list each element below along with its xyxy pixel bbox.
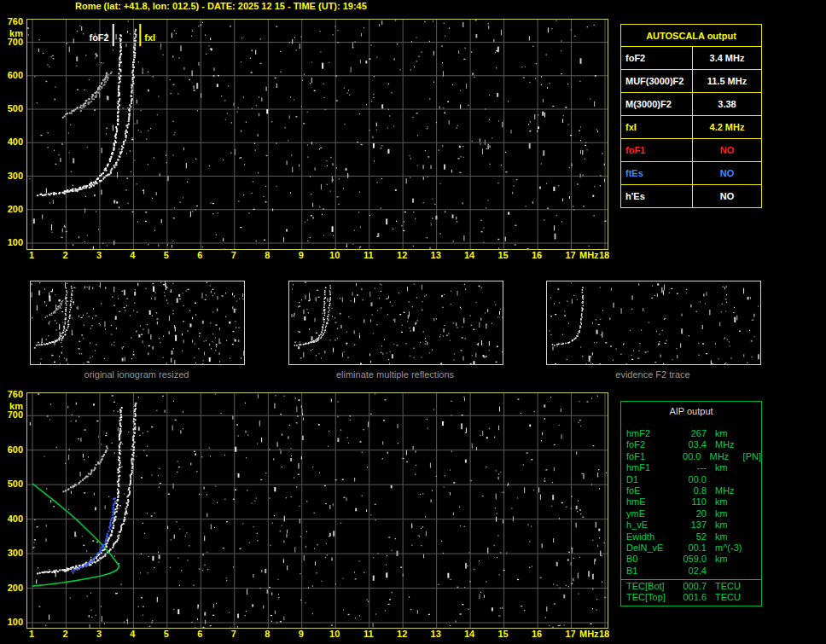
- x-axis-tick-label: 12: [394, 250, 410, 260]
- trace-second-hop-o: [62, 445, 108, 492]
- x-axis-tick-label: 6: [192, 629, 207, 639]
- aip-cell: [PN]: [743, 451, 761, 462]
- noise-echoes: [291, 282, 503, 364]
- aip-row-hme: hmE110km: [621, 496, 761, 508]
- aip-cell: [751, 542, 761, 554]
- aip-cell: h_vE: [621, 519, 676, 531]
- noise-echoes: [27, 20, 606, 249]
- x-axis-tick-label: 16: [529, 629, 544, 639]
- aip-cell: 059.0: [676, 554, 707, 565]
- aip-cell: [751, 485, 761, 496]
- trace-second-hop-o: [45, 301, 63, 318]
- x-axis-unit-label: MHz: [579, 629, 599, 639]
- y-axis-tick-label: 760: [0, 389, 23, 399]
- y-axis-tick-label: 100: [0, 237, 23, 247]
- autoscala-output-table: AUTOSCALA output foF23.4 MHzMUF(3000)F21…: [620, 24, 762, 208]
- x-axis-tick-label: 5: [159, 250, 174, 260]
- aip-row-foe: foE0.8MHz: [621, 485, 761, 496]
- autoscala-row-label: h'Es: [621, 185, 693, 207]
- aip-cell: [751, 496, 761, 508]
- x-axis-tick-label: 14: [462, 250, 477, 260]
- ionogram-main-plot: foF2fxI: [26, 19, 608, 250]
- x-axis-tick-label: 3: [91, 629, 107, 639]
- aip-cell: Ewidth: [621, 531, 676, 542]
- x-axis-tick-label: 5: [159, 629, 174, 639]
- autoscala-row-label: ftEs: [621, 162, 693, 184]
- aip-cell: ---: [676, 462, 707, 473]
- y-axis-tick-label: 300: [0, 171, 23, 181]
- aip-cell: [751, 519, 761, 531]
- aip-cell: D1: [621, 474, 676, 485]
- autoscala-table-rows: foF23.4 MHzMUF(3000)F211.5 MHzM(3000)F23…: [621, 47, 761, 207]
- autoscala-row-value: 3.38: [693, 93, 761, 115]
- autoscala-row-fof1: foF1NO: [621, 139, 761, 162]
- y-axis-tick-label: 700: [0, 37, 23, 47]
- y-axis-tick-label: 700: [0, 409, 23, 420]
- panel-evidence-f2: [546, 281, 761, 365]
- autoscala-row-value: 4.2 MHz: [693, 116, 761, 138]
- aip-row-d1: D100.0: [621, 474, 761, 485]
- aip-tec-rows: TEC[Bot]000.7TECUTEC[Top]001.6TECU: [621, 579, 761, 606]
- x-axis-tick-label: 11: [361, 250, 376, 260]
- aip-cell: km: [707, 508, 751, 519]
- aip-row-b0: B0059.0km: [621, 554, 761, 565]
- marker-foF2: foF2: [89, 24, 113, 46]
- noise-echoes: [32, 281, 244, 364]
- x-axis-tick-label: 15: [496, 629, 511, 639]
- aip-cell: [751, 428, 761, 439]
- autoscala-row-label: MUF(3000)F2: [621, 70, 693, 92]
- y-axis-tick-label: 200: [0, 204, 23, 214]
- aip-cell: foF1: [621, 451, 672, 462]
- aip-row-delnve: DelN_vE00.1m^(-3): [621, 542, 761, 554]
- aip-cell: [751, 554, 761, 565]
- x-axis-tick-label: 2: [57, 629, 73, 639]
- aip-cell: MHz: [707, 485, 751, 496]
- aip-cell: foE: [621, 485, 676, 496]
- aip-output-table: AIP output hmF2267kmfoF203.4MHzfoF100.0M…: [620, 401, 762, 606]
- panel-eliminate-reflections: [288, 281, 503, 365]
- aip-cell: 110: [676, 496, 707, 508]
- y-axis-tick-label: 500: [0, 479, 23, 489]
- aip-cell: ymE: [621, 508, 676, 519]
- autoscala-row-value: NO: [693, 162, 761, 184]
- aip-cell: TECU: [707, 581, 751, 592]
- aip-row-ewidth: Ewidth52km: [621, 531, 761, 542]
- x-axis-tick-label: 12: [394, 629, 410, 639]
- x-axis-tick-label: 14: [462, 629, 477, 639]
- x-axis-tick-label: 7: [226, 629, 241, 639]
- aip-cell: B1: [621, 566, 676, 577]
- aip-row-tectop: TEC[Top]001.6TECU: [621, 592, 761, 603]
- ionogram-profile-canvas: [27, 393, 608, 628]
- x-axis-tick-label: 2: [57, 250, 73, 260]
- y-axis-tick-label: 500: [0, 103, 23, 113]
- autoscala-row-ftes: ftEsNO: [621, 162, 761, 185]
- autoscala-row-fxi: fxI4.2 MHz: [621, 116, 761, 139]
- aip-cell: km: [707, 462, 751, 473]
- aip-cell: TEC[Top]: [621, 592, 676, 603]
- aip-cell: 137: [676, 519, 707, 531]
- ionogram-profile-plot: [26, 392, 608, 629]
- aip-cell: B0: [621, 554, 676, 565]
- aip-row-fof1: foF100.0MHz[PN]: [621, 451, 761, 462]
- aip-cell: 00.1: [676, 542, 707, 554]
- aip-cell: 00.0: [672, 451, 701, 462]
- marker-fxI: fxI: [140, 24, 155, 46]
- aip-cell: [751, 566, 761, 577]
- aip-cell: 20: [676, 508, 707, 519]
- autoscala-table-title: AUTOSCALA output: [621, 25, 761, 47]
- autoscala-app-window: Rome (lat: +41.8, lon: 012.5) - DATE: 20…: [0, 0, 826, 644]
- panel-f2-canvas: [547, 281, 760, 364]
- y-axis-tick-label: 760: [0, 16, 23, 26]
- y-axis-tick-label: 600: [0, 444, 23, 455]
- y-axis-tick-label: 200: [0, 583, 23, 593]
- aip-cell: km: [707, 531, 751, 542]
- x-axis-tick-label: 11: [361, 629, 376, 639]
- aip-table-title: AIP output: [621, 402, 761, 421]
- aip-cell: [751, 462, 761, 473]
- aip-row-hve: h_vE137km: [621, 519, 761, 531]
- x-axis-tick-label: 7: [226, 250, 241, 260]
- trace-second-hop-o: [62, 73, 108, 119]
- trace-f2-extraordinary: [304, 285, 332, 345]
- aip-cell: 52: [676, 531, 707, 542]
- aip-row-yme: ymE20km: [621, 508, 761, 519]
